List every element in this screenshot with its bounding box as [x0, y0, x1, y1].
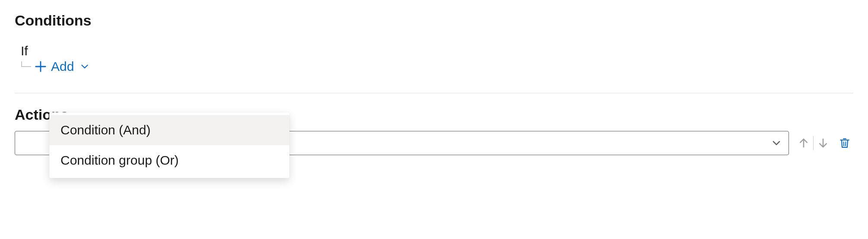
- plus-icon: [35, 61, 47, 73]
- move-up-button: [795, 134, 812, 152]
- action-reorder-controls: [795, 134, 853, 152]
- vertical-divider: [813, 136, 814, 150]
- menu-item-condition-and[interactable]: Condition (And): [49, 115, 289, 145]
- arrow-down-icon: [817, 137, 829, 149]
- conditions-section-title: Conditions: [15, 12, 853, 29]
- move-down-button: [814, 134, 832, 152]
- trash-icon: [839, 137, 851, 149]
- add-condition-row: Add: [21, 59, 853, 74]
- section-divider: [15, 93, 853, 93]
- arrow-up-icon: [798, 137, 809, 149]
- if-label: If: [21, 44, 853, 58]
- tree-connector-icon: [21, 61, 32, 70]
- delete-action-button[interactable]: [836, 134, 853, 152]
- menu-item-condition-group-or[interactable]: Condition group (Or): [49, 145, 289, 175]
- chevron-down-icon: [771, 138, 782, 148]
- add-condition-menu: Condition (And) Condition group (Or): [49, 112, 289, 178]
- chevron-down-icon: [80, 62, 89, 71]
- add-condition-button[interactable]: Add: [35, 59, 89, 74]
- add-button-label: Add: [51, 59, 74, 74]
